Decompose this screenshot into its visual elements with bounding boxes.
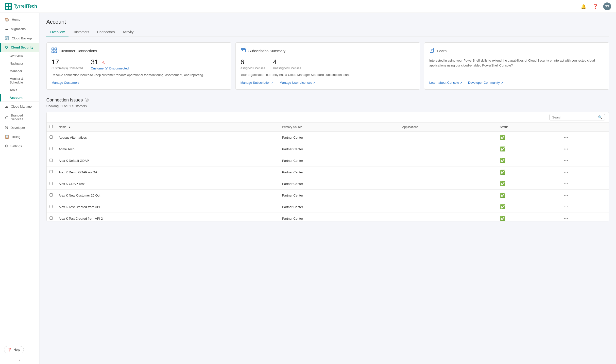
svg-rect-0	[5, 3, 12, 10]
row-checkbox-2[interactable]	[50, 159, 53, 162]
row-checkbox-cell[interactable]	[47, 143, 56, 155]
more-options-6[interactable]: •••	[564, 205, 569, 209]
card-title-subscription: Subscription Summary	[248, 49, 286, 53]
header-name[interactable]: Name ▲	[56, 123, 279, 132]
developer-community-link[interactable]: Developer Community ↗	[468, 81, 503, 84]
status-icon-0: ✅	[500, 135, 505, 140]
page-title: Account	[46, 19, 609, 25]
more-options-2[interactable]: •••	[564, 159, 569, 163]
unassigned-metric: 4 Unassigned Licenses	[273, 58, 301, 70]
more-options-5[interactable]: •••	[564, 194, 569, 197]
sidebar-footer: ❓ Help	[0, 343, 39, 356]
disconnected-count: 31 ⚠	[91, 58, 129, 66]
help-icon: ❓	[8, 348, 12, 351]
svg-rect-5	[52, 48, 54, 50]
header-status: Status	[497, 123, 561, 132]
sidebar-sub-overview[interactable]: Overview	[0, 52, 39, 60]
row-checkbox-5[interactable]	[50, 193, 53, 197]
cloud-backup-icon: 🔄	[5, 36, 9, 40]
sidebar-item-cloud-security[interactable]: 🛡 Cloud Security	[0, 43, 39, 52]
row-checkbox-1[interactable]	[50, 147, 53, 150]
row-checkbox-6[interactable]	[50, 205, 53, 208]
sidebar-label-billing: Billing	[12, 135, 20, 139]
more-options-0[interactable]: •••	[564, 136, 569, 139]
learn-actions: Learn about Console ↗ Developer Communit…	[429, 81, 604, 84]
connection-issues-table: Name ▲ Primary Source Applications Statu…	[47, 123, 609, 221]
subscription-actions: Manage Subscription ↗ Manage User Licens…	[240, 81, 415, 84]
sort-icon: ▲	[68, 126, 71, 129]
disconnected-label: Customer(s) Disconnected	[91, 66, 129, 70]
tab-customers[interactable]: Customers	[68, 28, 93, 36]
sidebar-sub-monitor-schedule[interactable]: Monitor & Schedule	[0, 75, 39, 86]
sidebar-item-migrations[interactable]: ☁ Migrations	[0, 24, 39, 33]
sidebar-sub-tools[interactable]: Tools	[0, 86, 39, 94]
row-checkbox-cell[interactable]	[47, 132, 56, 143]
more-options-3[interactable]: •••	[564, 170, 569, 174]
row-checkbox-cell[interactable]	[47, 155, 56, 166]
help-button-sidebar[interactable]: ❓ Help	[4, 346, 24, 353]
row-more-7[interactable]: •••	[561, 213, 609, 221]
tab-activity[interactable]: Activity	[119, 28, 137, 36]
row-checkbox-cell[interactable]	[47, 166, 56, 178]
disconnected-link[interactable]: Customer(s) Disconnected	[91, 66, 129, 70]
select-all-checkbox[interactable]	[50, 125, 53, 128]
row-checkbox-cell[interactable]	[47, 213, 56, 221]
help-button[interactable]: ❓	[591, 2, 599, 10]
row-apps-4	[399, 178, 497, 190]
sidebar-item-cloud-backup[interactable]: 🔄 Cloud Backup	[0, 33, 39, 43]
row-checkbox-7[interactable]	[50, 216, 53, 220]
svg-rect-9	[241, 49, 245, 52]
row-more-1[interactable]: •••	[561, 143, 609, 155]
row-more-2[interactable]: •••	[561, 155, 609, 166]
status-icon-6: ✅	[500, 204, 505, 209]
row-checkbox-cell[interactable]	[47, 201, 56, 213]
row-more-5[interactable]: •••	[561, 190, 609, 201]
app-logo[interactable]: TyrrellTech	[5, 3, 37, 10]
notifications-button[interactable]: 🔔	[580, 2, 587, 10]
learn-about-console-link[interactable]: Learn about Console ↗	[429, 81, 462, 84]
row-checkbox-cell[interactable]	[47, 190, 56, 201]
tab-overview[interactable]: Overview	[46, 28, 68, 36]
sidebar-label-settings: Settings	[10, 144, 22, 148]
sidebar-item-home[interactable]: 🏠 Home	[0, 15, 39, 24]
collapse-sidebar-button[interactable]: ‹	[0, 356, 39, 364]
sidebar-item-settings[interactable]: ⚙ Settings	[0, 141, 39, 151]
manage-user-licenses-link[interactable]: Manage User Licenses ↗	[279, 81, 315, 84]
row-apps-0	[399, 132, 497, 143]
more-options-4[interactable]: •••	[564, 182, 569, 186]
row-checkbox-3[interactable]	[50, 170, 53, 173]
sidebar-sub-account[interactable]: Account	[0, 94, 39, 101]
row-checkbox-cell[interactable]	[47, 178, 56, 190]
sidebar-item-developer[interactable]: ⟨/⟩ Developer	[0, 123, 39, 132]
row-name-6: Alex K Test Created from API	[56, 201, 279, 213]
row-more-3[interactable]: •••	[561, 166, 609, 178]
row-status-4: ✅	[497, 178, 561, 190]
sidebar-item-branded-services[interactable]: 🏷 Branded Services	[0, 111, 39, 123]
status-icon-2: ✅	[500, 158, 505, 163]
row-more-0[interactable]: •••	[561, 132, 609, 143]
svg-rect-7	[52, 51, 54, 53]
row-more-6[interactable]: •••	[561, 201, 609, 213]
sidebar-sub-manager[interactable]: Manager	[0, 67, 39, 75]
row-checkbox-4[interactable]	[50, 182, 53, 185]
sidebar-sub-navigator[interactable]: Navigator	[0, 60, 39, 67]
manage-subscription-link[interactable]: Manage Subscription ↗	[240, 81, 274, 84]
table-row: Alex K Default GDAP Partner Center ✅ •••	[47, 155, 609, 166]
more-options-1[interactable]: •••	[564, 147, 569, 151]
tab-connectors[interactable]: Connectors	[93, 28, 119, 36]
search-input[interactable]	[552, 116, 597, 119]
manage-customers-link[interactable]: Manage Customers	[51, 81, 226, 84]
table-row: Alex K Test Created from API Partner Cen…	[47, 201, 609, 213]
nav-icons: 🔔 ❓ SS	[580, 2, 611, 10]
card-title-learn: Learn	[437, 49, 446, 53]
connection-issues-help-icon[interactable]: ⓪	[85, 98, 89, 103]
avatar[interactable]: SS	[603, 2, 611, 10]
more-options-7[interactable]: •••	[564, 217, 569, 220]
search-box[interactable]: 🔍	[549, 114, 605, 120]
sidebar-item-billing[interactable]: 📋 Billing	[0, 132, 39, 141]
svg-rect-2	[9, 4, 11, 6]
billing-icon: 📋	[5, 134, 9, 139]
row-more-4[interactable]: •••	[561, 178, 609, 190]
row-checkbox-0[interactable]	[50, 135, 53, 139]
sidebar-item-cloud-manager[interactable]: ☁ Cloud Manager	[0, 102, 39, 111]
